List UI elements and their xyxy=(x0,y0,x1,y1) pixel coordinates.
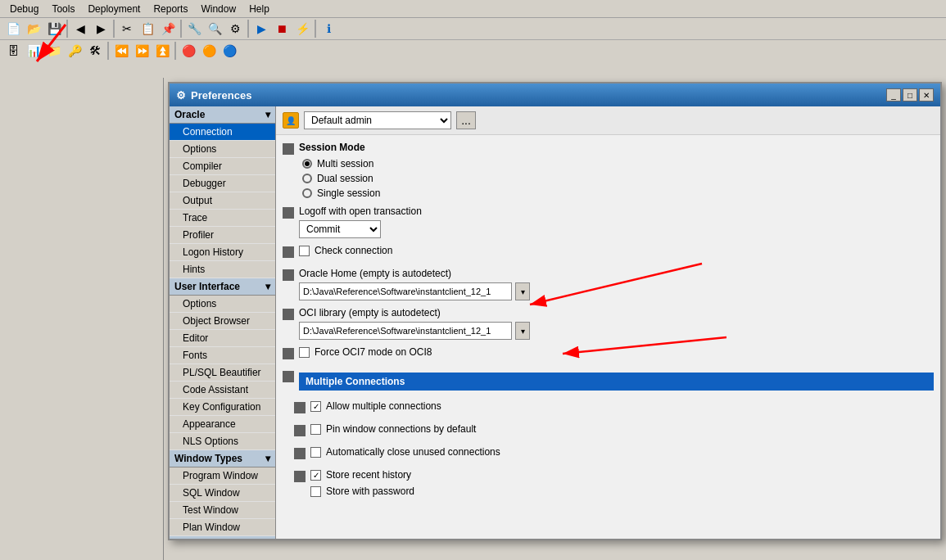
tree-ui-label: User Interface xyxy=(174,281,240,292)
tree-item-plan-window[interactable]: Plan Window xyxy=(170,519,275,536)
toolbar2-btn1[interactable]: 🗄 xyxy=(3,41,23,61)
check-connection-row[interactable]: Check connection xyxy=(299,245,934,256)
toolbar-btn-a[interactable]: 🔧 xyxy=(184,19,204,38)
toolbar-stop-btn[interactable]: ⏹ xyxy=(272,19,292,38)
oci-library-input[interactable] xyxy=(299,322,512,340)
toolbar-copy-btn[interactable]: 📋 xyxy=(138,19,157,38)
tree-panel: Oracle ▾ Connection Options Compiler Deb… xyxy=(170,106,276,539)
logoff-select[interactable]: Commit xyxy=(299,220,381,238)
tree-item-trace[interactable]: Trace xyxy=(170,210,275,227)
connection-more-btn[interactable]: ... xyxy=(456,111,476,129)
pin-window-indicator xyxy=(294,425,306,436)
store-history-row[interactable]: Store recent history xyxy=(310,469,934,481)
tree-item-code-assistant[interactable]: Code Assistant xyxy=(170,382,275,399)
tree-item-nls-options[interactable]: NLS Options xyxy=(170,433,275,450)
tree-oracle-header[interactable]: Oracle ▾ xyxy=(170,106,275,124)
tree-item-key-config[interactable]: Key Configuration xyxy=(170,399,275,416)
radio-multi-label: Multi session xyxy=(317,158,373,169)
toolbar-execute-btn[interactable]: ▶ xyxy=(251,19,271,38)
tree-item-options[interactable]: Options xyxy=(170,141,275,158)
tree-item-test-window[interactable]: Test Window xyxy=(170,502,275,519)
toolbar2-btn3[interactable]: 📁 xyxy=(44,41,64,61)
toolbar2-sep2 xyxy=(174,42,176,60)
pin-window-row[interactable]: Pin window connections by default xyxy=(310,423,934,435)
menu-window[interactable]: Window xyxy=(194,2,242,16)
auto-close-checkbox[interactable] xyxy=(310,447,321,458)
menu-reports[interactable]: Reports xyxy=(147,2,194,16)
toolbar-btn-d[interactable]: ⚡ xyxy=(292,19,312,38)
radio-multi-btn[interactable] xyxy=(302,159,312,169)
toolbar-cut-btn[interactable]: ✂ xyxy=(117,19,137,38)
tree-item-ui-options[interactable]: Options xyxy=(170,296,275,313)
toolbar-info-btn[interactable]: ℹ xyxy=(319,19,338,38)
toolbar2-btn10[interactable]: 🟠 xyxy=(199,41,219,61)
dialog-maximize-btn[interactable]: □ xyxy=(903,88,917,102)
allow-multiple-checkbox[interactable] xyxy=(310,401,321,412)
store-password-row[interactable]: Store with password xyxy=(310,485,934,497)
radio-dual-label: Dual session xyxy=(317,173,373,184)
allow-multiple-row[interactable]: Allow multiple connections xyxy=(310,400,934,412)
tree-item-output[interactable]: Output xyxy=(170,192,275,210)
connection-dropdown[interactable]: Default admin xyxy=(304,111,451,129)
toolbar-back-btn[interactable]: ◀ xyxy=(70,19,90,38)
toolbar-open-btn[interactable]: 📂 xyxy=(24,19,43,38)
toolbar2-btn2[interactable]: 📊 xyxy=(24,41,43,61)
tree-item-editor[interactable]: Editor xyxy=(170,330,275,347)
auto-close-content: Automatically close unused connections xyxy=(310,446,934,463)
toolbar2-btn7[interactable]: ⏩ xyxy=(132,41,152,61)
menu-tools[interactable]: Tools xyxy=(45,2,81,16)
toolbar-paste-btn[interactable]: 📌 xyxy=(158,19,178,38)
toolbar2-btn9[interactable]: 🔴 xyxy=(179,41,198,61)
toolbar2-btn8[interactable]: ⏫ xyxy=(152,41,172,61)
tree-item-sql-window[interactable]: SQL Window xyxy=(170,485,275,502)
tree-item-connection[interactable]: Connection xyxy=(170,124,275,141)
tree-item-fonts[interactable]: Fonts xyxy=(170,347,275,364)
toolbar2-btn6[interactable]: ⏪ xyxy=(111,41,131,61)
menu-deployment[interactable]: Deployment xyxy=(81,2,147,16)
toolbar-forward-btn[interactable]: ▶ xyxy=(91,19,111,38)
toolbar-save-btn[interactable]: 💾 xyxy=(44,19,64,38)
toolbar-btn-b[interactable]: 🔍 xyxy=(205,19,224,38)
radio-single-btn[interactable] xyxy=(302,188,312,198)
tree-item-profiler[interactable]: Profiler xyxy=(170,227,275,244)
check-connection-checkbox[interactable] xyxy=(299,246,310,256)
oracle-home-indicator xyxy=(283,269,294,281)
toolbar2-btn11[interactable]: 🔵 xyxy=(220,41,239,61)
menu-debug[interactable]: Debug xyxy=(3,2,45,16)
tree-item-compiler[interactable]: Compiler xyxy=(170,158,275,175)
tree-item-logon-history[interactable]: Logon History xyxy=(170,244,275,261)
menu-help[interactable]: Help xyxy=(242,2,276,16)
radio-single-session[interactable]: Single session xyxy=(302,187,934,199)
store-password-checkbox[interactable] xyxy=(310,486,321,497)
radio-multi-session[interactable]: Multi session xyxy=(302,158,934,169)
oracle-home-input[interactable] xyxy=(299,282,512,300)
tree-item-plsql-beautifier[interactable]: PL/SQL Beautifier xyxy=(170,364,275,382)
radio-dual-btn[interactable] xyxy=(302,174,312,183)
tree-item-debugger[interactable]: Debugger xyxy=(170,175,275,192)
toolbar-new-btn[interactable]: 📄 xyxy=(3,19,23,38)
tree-ui-header[interactable]: User Interface ▾ xyxy=(170,278,275,296)
auto-close-row[interactable]: Automatically close unused connections xyxy=(310,446,934,458)
store-history-checkbox[interactable] xyxy=(310,470,321,481)
tree-tools-header[interactable]: Tools ▾ xyxy=(170,536,275,539)
toolbar2-btn4[interactable]: 🔑 xyxy=(65,41,84,61)
radio-dual-session[interactable]: Dual session xyxy=(302,173,934,184)
tree-oracle-label: Oracle xyxy=(174,109,205,120)
tree-item-hints[interactable]: Hints xyxy=(170,261,275,278)
oci-library-label: OCI library (empty is autodetect) xyxy=(299,307,934,318)
dialog-close-btn[interactable]: ✕ xyxy=(919,88,934,102)
toolbar-btn-c[interactable]: ⚙ xyxy=(225,19,245,38)
pin-window-checkbox[interactable] xyxy=(310,424,321,435)
dialog-minimize-btn[interactable]: _ xyxy=(886,88,901,102)
tree-item-appearance[interactable]: Appearance xyxy=(170,416,275,433)
tree-window-types-header[interactable]: Window Types ▾ xyxy=(170,450,275,467)
left-panel xyxy=(0,78,164,560)
check-connection-indicator xyxy=(283,246,294,258)
force-oci7-row[interactable]: Force OCI7 mode on OCI8 xyxy=(299,346,934,358)
tree-item-object-browser[interactable]: Object Browser xyxy=(170,313,275,330)
oci-library-dropdown-btn[interactable]: ▾ xyxy=(515,322,530,340)
oracle-home-dropdown-btn[interactable]: ▾ xyxy=(515,282,530,300)
force-oci7-checkbox[interactable] xyxy=(299,347,310,358)
toolbar2-btn5[interactable]: 🛠 xyxy=(85,41,105,61)
tree-item-program-window[interactable]: Program Window xyxy=(170,467,275,485)
